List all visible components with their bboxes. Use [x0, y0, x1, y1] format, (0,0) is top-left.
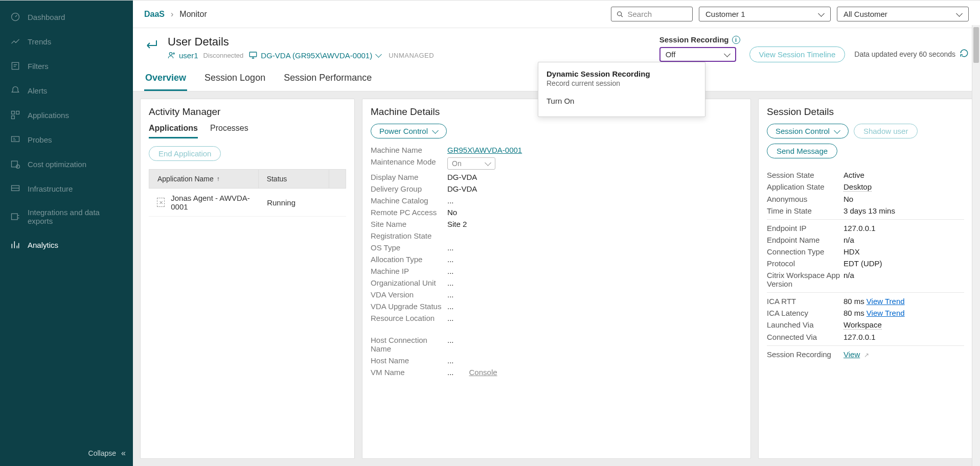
sidebar-collapse[interactable]: Collapse «	[0, 440, 133, 466]
scrollbar[interactable]	[972, 25, 980, 466]
shadow-user-button[interactable]: Shadow user	[854, 124, 918, 138]
svg-rect-3	[16, 111, 19, 114]
activity-subtabs: Applications Processes	[149, 124, 346, 139]
kv-key: Machine IP	[371, 267, 447, 275]
machine-kv-list: Machine NameGR95X\AWVDA-0001 Maintenance…	[371, 146, 742, 377]
svg-point-11	[169, 53, 172, 55]
subtab-applications[interactable]: Applications	[149, 124, 198, 138]
svg-rect-5	[12, 136, 19, 142]
kv-key: OS Type	[371, 243, 447, 252]
sidebar-item-trends[interactable]: Trends	[0, 29, 133, 54]
chevron-left-icon: «	[121, 449, 123, 458]
sidebar-label: Integrations and data exports	[28, 208, 123, 225]
col-status[interactable]: Status	[259, 170, 329, 188]
kv-value: HDX	[844, 247, 860, 256]
analytics-icon	[10, 240, 20, 250]
sidebar-item-dashboard[interactable]: Dashboard	[0, 5, 133, 29]
kv-key: Session Recording	[767, 350, 844, 359]
session-recording-select[interactable]: Off	[659, 47, 736, 62]
customer-select[interactable]: Customer 1	[699, 7, 831, 21]
search-box[interactable]	[611, 7, 693, 21]
session-kv-group-4: Session Recording View ↗	[767, 346, 964, 363]
sidebar-item-infra[interactable]: Infrastructure	[0, 176, 133, 201]
kv-value: n/a	[844, 236, 854, 244]
filters-icon	[10, 61, 20, 71]
maint-value: On	[452, 159, 462, 168]
collapse-label: Collapse	[88, 449, 116, 457]
maintenance-mode-select[interactable]: On	[447, 157, 495, 170]
main: DaaS › Monitor Customer 1 All Customer	[133, 1, 980, 466]
table-row[interactable]: ✕ Jonas Agent - AWVDA-0001 Running	[149, 189, 346, 217]
user-link[interactable]: user1	[168, 51, 198, 60]
back-button[interactable]	[144, 35, 158, 54]
session-kv-group-3: ICA RTT80 msView Trend ICA Latency80 msV…	[767, 293, 964, 346]
kv-value: Site 2	[447, 220, 467, 228]
kv-value: Desktop	[844, 182, 872, 192]
kv-key: Maintenance Mode	[371, 157, 447, 170]
latency-trend-link[interactable]: View Trend	[867, 309, 905, 317]
page-title: User Details	[168, 35, 434, 49]
session-control-button[interactable]: Session Control	[767, 124, 849, 138]
sidebar-item-filters[interactable]: Filters	[0, 54, 133, 78]
send-message-button[interactable]: Send Message	[767, 144, 837, 158]
broken-image-icon: ✕	[157, 198, 165, 207]
topbar: DaaS › Monitor Customer 1 All Customer	[133, 1, 980, 28]
dropdown-option-turn-on[interactable]: Turn On	[538, 89, 705, 112]
infrastructure-icon	[10, 183, 20, 194]
sidebar-item-probes[interactable]: Probes	[0, 127, 133, 152]
kv-key: Display Name	[371, 173, 447, 181]
search-input[interactable]	[628, 10, 688, 18]
kv-key: Remote PC Access	[371, 208, 447, 217]
tab-session-logon[interactable]: Session Logon	[203, 67, 266, 91]
scrollbar-thumb[interactable]	[973, 27, 979, 63]
machine-panel: Machine Details Power Control Machine Na…	[362, 99, 751, 459]
machine-name: DG-VDA (GR95X\AWVDA-0001)	[261, 51, 372, 60]
sidebar-item-alerts[interactable]: Alerts	[0, 78, 133, 103]
all-customer-select[interactable]: All Customer	[837, 7, 969, 21]
kv-key: Delivery Group	[371, 184, 447, 193]
kv-key: Endpoint IP	[767, 224, 844, 232]
sidebar-label: Trends	[28, 37, 51, 46]
breadcrumb-root[interactable]: DaaS	[144, 10, 165, 19]
session-kv-group-1: Session StateActive Application StateDes…	[767, 167, 964, 220]
kv-key: Connection Type	[767, 247, 844, 256]
sidebar-item-applications[interactable]: Applications	[0, 103, 133, 127]
view-timeline-button[interactable]: View Session Timeline	[749, 46, 846, 62]
kv-value: DG-VDA	[447, 184, 477, 193]
col-application-name[interactable]: Application Name ↑	[149, 170, 259, 188]
user-name: user1	[179, 51, 198, 60]
kv-key: Allocation Type	[371, 255, 447, 264]
kv-key: VM Name	[371, 368, 447, 377]
kv-value: ...	[447, 278, 454, 287]
machine-name-link[interactable]: GR95X\AWVDA-0001	[447, 146, 522, 154]
session-recording-view-link[interactable]: View	[844, 350, 860, 359]
kv-value: ...	[447, 356, 454, 365]
kv-key: Citrix Workspace App Version	[767, 271, 844, 288]
power-control-button[interactable]: Power Control	[371, 124, 447, 138]
console-link[interactable]: Console	[469, 368, 497, 377]
sidebar-item-cost[interactable]: Cost optimization	[0, 152, 133, 176]
rtt-trend-link[interactable]: View Trend	[867, 297, 905, 306]
chevron-right-icon: ›	[171, 10, 173, 19]
refresh-icon[interactable]	[960, 49, 969, 60]
kv-value: ...	[447, 196, 454, 205]
svg-rect-9	[12, 214, 18, 220]
kv-value: 127.0.0.1	[844, 333, 876, 341]
kv-key: Session State	[767, 171, 844, 179]
kv-key: ICA RTT	[767, 297, 844, 306]
sidebar-label: Filters	[28, 62, 49, 71]
info-icon[interactable]: i	[732, 36, 740, 44]
row-status: Running	[267, 198, 295, 207]
chevron-down-icon	[375, 52, 381, 58]
integrations-icon	[10, 212, 20, 222]
end-application-button[interactable]: End Application	[149, 146, 221, 161]
sidebar-item-integrations[interactable]: Integrations and data exports	[0, 201, 133, 232]
kv-value: ...	[447, 267, 454, 275]
subtab-processes[interactable]: Processes	[210, 124, 248, 138]
machine-link[interactable]: DG-VDA (GR95X\AWVDA-0001)	[248, 51, 381, 60]
col-name-text: Application Name	[157, 175, 214, 183]
svg-rect-2	[12, 111, 15, 114]
tab-session-performance[interactable]: Session Performance	[283, 67, 373, 91]
sidebar-item-analytics[interactable]: Analytics	[0, 232, 133, 257]
tab-overview[interactable]: Overview	[144, 67, 187, 91]
